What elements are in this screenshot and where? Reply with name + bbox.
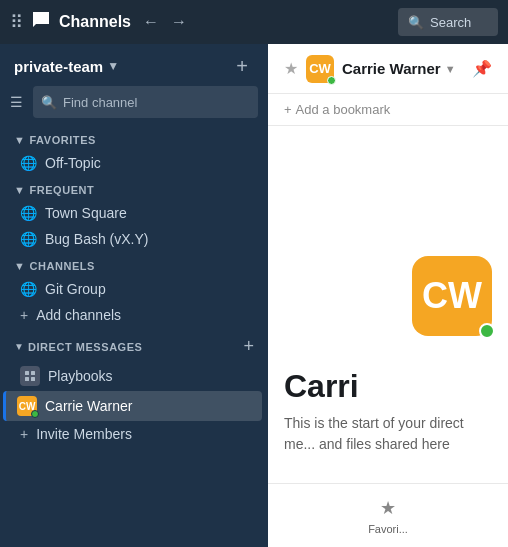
bookmark-label[interactable]: Add a bookmark <box>296 102 391 117</box>
carrie-status-dot <box>31 410 39 418</box>
header-pin-icon[interactable]: 📌 <box>472 59 492 78</box>
invite-label: Invite Members <box>36 426 132 442</box>
channel-label-bb: Bug Bash (vX.Y) <box>45 231 149 247</box>
filter-icon[interactable]: ☰ <box>10 94 23 110</box>
carrie-status-main <box>327 76 336 85</box>
sidebar-search-icon: 🔍 <box>41 95 57 110</box>
bottom-action-favorite[interactable]: ★ Favori... <box>268 484 508 547</box>
chat-header-name[interactable]: Carrie Warner ▼ <box>342 60 456 77</box>
search-box[interactable]: 🔍 Search <box>398 8 498 36</box>
chevron-frequent: ▼ <box>14 184 25 196</box>
svg-rect-1 <box>31 371 35 375</box>
workspace-label: private-team <box>14 58 103 75</box>
chevron-dm: ▼ <box>14 341 24 352</box>
chat-intro-name: Carri <box>284 368 492 405</box>
workspace-name[interactable]: private-team ▼ <box>14 58 119 75</box>
add-channels-item[interactable]: + Add channels <box>6 302 262 328</box>
app-title: Channels <box>59 13 131 31</box>
search-placeholder: Search <box>430 15 471 30</box>
globe-icon-4: 🌐 <box>20 281 37 297</box>
section-favorites[interactable]: ▼ FAVORITES <box>0 126 268 150</box>
channel-off-topic[interactable]: 🌐 Off-Topic <box>6 150 262 176</box>
svg-rect-2 <box>25 377 29 381</box>
main-content: ★ CW Carrie Warner ▼ 📌 + Add a bookmark … <box>268 44 508 547</box>
chat-body: CW Carri This is the start of your direc… <box>268 126 508 483</box>
chat-intro-text: This is the start of your direct me... a… <box>284 413 492 455</box>
section-channels[interactable]: ▼ CHANNELS <box>0 252 268 276</box>
grid-icon[interactable]: ⠿ <box>10 11 23 33</box>
chat-intro: CW Carri This is the start of your direc… <box>284 256 492 467</box>
globe-icon: 🌐 <box>20 155 37 171</box>
globe-icon-2: 🌐 <box>20 205 37 221</box>
dm-add-button[interactable]: + <box>243 336 254 357</box>
dm-playbooks[interactable]: Playbooks <box>6 361 262 391</box>
sidebar-add-button[interactable]: + <box>230 54 254 78</box>
carrie-avatar-main: CW <box>306 55 334 83</box>
sidebar-search[interactable]: 🔍 Find channel <box>33 86 258 118</box>
svg-rect-0 <box>25 371 29 375</box>
carrie-avatar-small: CW <box>17 396 37 416</box>
playbooks-icon <box>20 366 40 386</box>
section-frequent[interactable]: ▼ FREQUENT <box>0 176 268 200</box>
nav-arrows: ← → <box>139 11 191 33</box>
dm-carrie-warner[interactable]: CW Carrie Warner <box>3 391 262 421</box>
chevron-favorites: ▼ <box>14 134 25 146</box>
sidebar-search-row: ☰ 🔍 Find channel <box>0 86 268 126</box>
chat-user-name: Carrie Warner <box>342 60 441 77</box>
chat-icon <box>31 10 51 35</box>
bookmark-bar: + Add a bookmark <box>268 94 508 126</box>
invite-members-item[interactable]: + Invite Members <box>6 421 262 447</box>
favorite-star-icon[interactable]: ★ <box>284 59 298 78</box>
top-bar: ⠿ Channels ← → 🔍 Search <box>0 0 508 44</box>
back-arrow[interactable]: ← <box>139 11 163 33</box>
forward-arrow[interactable]: → <box>167 11 191 33</box>
channel-town-square[interactable]: 🌐 Town Square <box>6 200 262 226</box>
carrie-big-avatar: CW <box>412 256 492 336</box>
intro-name-text: Carri <box>284 368 359 404</box>
search-icon: 🔍 <box>408 15 424 30</box>
channel-label: Off-Topic <box>45 155 101 171</box>
top-bar-left: ⠿ Channels ← → <box>10 10 390 35</box>
header-chevron: ▼ <box>445 63 456 75</box>
add-channels-icon: + <box>20 307 28 323</box>
globe-icon-3: 🌐 <box>20 231 37 247</box>
sidebar: private-team ▼ + ☰ 🔍 Find channel ▼ FAVO… <box>0 44 268 547</box>
chevron-channels: ▼ <box>14 260 25 272</box>
bookmark-plus-icon[interactable]: + <box>284 102 292 117</box>
playbooks-label: Playbooks <box>48 368 113 384</box>
main-layout: private-team ▼ + ☰ 🔍 Find channel ▼ FAVO… <box>0 44 508 547</box>
add-channels-label: Add channels <box>36 307 121 323</box>
channel-bug-bash[interactable]: 🌐 Bug Bash (vX.Y) <box>6 226 262 252</box>
sidebar-header: private-team ▼ + <box>0 44 268 86</box>
svg-rect-3 <box>31 377 35 381</box>
frequent-label: FREQUENT <box>29 184 94 196</box>
carrie-big-status <box>479 323 495 339</box>
star-action-label: Favori... <box>368 523 408 535</box>
favorites-label: FAVORITES <box>29 134 95 146</box>
channel-label-git: Git Group <box>45 281 106 297</box>
dm-label: DIRECT MESSAGES <box>28 341 143 353</box>
star-action-icon: ★ <box>380 497 396 519</box>
dm-section-label[interactable]: ▼ DIRECT MESSAGES <box>14 341 143 353</box>
channel-label-ts: Town Square <box>45 205 127 221</box>
invite-icon: + <box>20 426 28 442</box>
channels-label: CHANNELS <box>29 260 95 272</box>
sidebar-search-placeholder: Find channel <box>63 95 137 110</box>
channel-git-group[interactable]: 🌐 Git Group <box>6 276 262 302</box>
dm-section-header: ▼ DIRECT MESSAGES + <box>0 328 268 361</box>
workspace-chevron: ▼ <box>107 59 119 73</box>
carrie-label: Carrie Warner <box>45 398 132 414</box>
chat-header: ★ CW Carrie Warner ▼ 📌 <box>268 44 508 94</box>
bottom-strip: ★ Favori... <box>268 483 508 547</box>
